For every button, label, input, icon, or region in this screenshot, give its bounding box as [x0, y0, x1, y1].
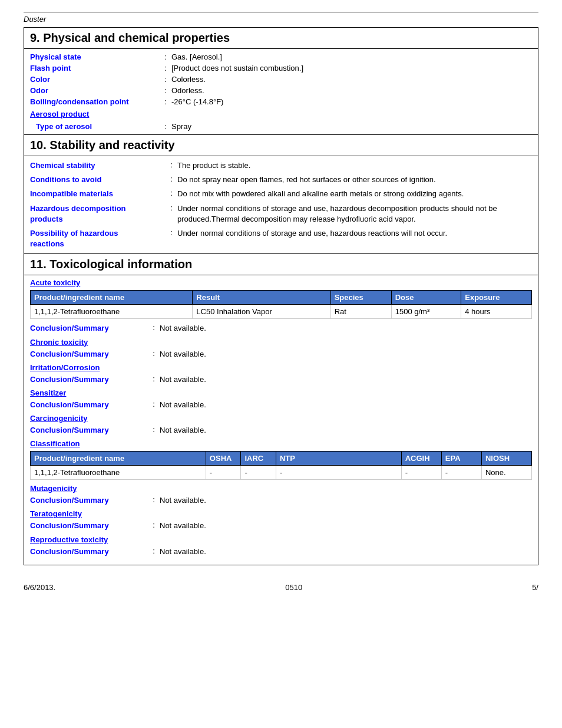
stab-conditions-avoid-value: Do not spray near open flames, red hot s…: [177, 174, 532, 185]
conclusion-summary-reproductive-value: Not available.: [160, 546, 532, 557]
prop-odor-label: Odor: [30, 86, 160, 95]
col-exposure: Exposure: [461, 291, 532, 305]
conclusion-summary-acute-label: Conclusion/Summary: [30, 323, 148, 334]
section-11-heading: 11. Toxicological information: [24, 254, 538, 275]
stab-conditions-avoid: Conditions to avoid : Do not spray near …: [30, 173, 532, 187]
prop-color-value: Colorless.: [171, 75, 532, 84]
conclusion-summary-sensitizer: Conclusion/Summary : Not available.: [30, 398, 532, 412]
carcinogenicity-label: Carcinogenicity: [30, 414, 88, 423]
class-product-name: 1,1,1,2-Tetrafluoroethane: [31, 466, 206, 480]
footer-page: 5/: [532, 583, 538, 592]
prop-flash-point-label: Flash point: [30, 64, 160, 73]
conclusion-summary-carcino-label: Conclusion/Summary: [30, 425, 148, 436]
conclusion-summary-irritation-label: Conclusion/Summary: [30, 374, 148, 385]
prop-physical-state-label: Physical state: [30, 52, 160, 61]
class-epa: -: [441, 466, 481, 480]
section-9: 9. Physical and chemical properties Phys…: [24, 27, 538, 135]
conclusion-summary-chronic-label: Conclusion/Summary: [30, 349, 148, 360]
prop-odor: Odor : Odorless.: [30, 85, 532, 96]
class-col-product: Product/ingredient name: [31, 452, 206, 466]
prop-physical-state: Physical state : Gas. [Aerosol.]: [30, 51, 532, 62]
conclusion-summary-mutagenicity-value: Not available.: [160, 495, 532, 506]
conclusion-summary-mutagenicity: Conclusion/Summary : Not available.: [30, 493, 532, 508]
acute-toxicity-heading: Acute toxicity: [30, 276, 532, 288]
stab-hazardous-decomp: Hazardous decompositionproducts : Under …: [30, 202, 532, 226]
prop-boiling-point: Boiling/condensation point : -26°C (-14.…: [30, 96, 532, 107]
acute-toxicity-label: Acute toxicity: [30, 278, 80, 287]
conclusion-summary-reproductive: Conclusion/Summary : Not available.: [30, 545, 532, 559]
teratogenicity-label: Teratogenicity: [30, 509, 82, 518]
reproductive-toxicity-label: Reproductive toxicity: [30, 535, 108, 544]
conclusion-summary-sensitizer-value: Not available.: [160, 400, 532, 410]
footer-date: 6/6/2013.: [24, 583, 55, 592]
section-9-content: Physical state : Gas. [Aerosol.] Flash p…: [24, 49, 538, 134]
cell-dose: 1500 g/m³: [391, 305, 461, 319]
conclusion-summary-sensitizer-label: Conclusion/Summary: [30, 400, 148, 410]
prop-boiling-point-label: Boiling/condensation point: [30, 97, 160, 106]
stab-hazardous-decomp-value: Under normal conditions of storage and u…: [177, 203, 532, 225]
stab-chemical-stability: Chemical stability : The product is stab…: [30, 159, 532, 173]
prop-type-aerosol-label: Type of aerosol: [30, 122, 160, 131]
stab-incompatible-label: Incompatible materials: [30, 189, 166, 199]
conclusion-summary-chronic-value: Not available.: [160, 349, 532, 360]
cell-product-name: 1,1,1,2-Tetrafluoroethane: [31, 305, 193, 319]
class-niosh: None.: [481, 466, 531, 480]
prop-physical-state-value: Gas. [Aerosol.]: [171, 52, 532, 61]
cell-species: Rat: [330, 305, 391, 319]
stab-chemical-stability-value: The product is stable.: [177, 160, 532, 171]
class-col-iarc: IARC: [241, 452, 276, 466]
conclusion-summary-carcino-value: Not available.: [160, 425, 532, 436]
prop-type-aerosol: Type of aerosol : Spray: [30, 121, 532, 132]
section-10-heading: 10. Stability and reactivity: [24, 135, 538, 156]
conclusion-summary-irritation-value: Not available.: [160, 374, 532, 385]
classification-row: 1,1,1,2-Tetrafluoroethane - - - - - None…: [31, 466, 532, 480]
class-iarc: -: [241, 466, 276, 480]
conclusion-summary-reproductive-label: Conclusion/Summary: [30, 546, 148, 557]
col-species: Species: [330, 291, 391, 305]
table-row: 1,1,1,2-Tetrafluoroethane LC50 Inhalatio…: [31, 305, 532, 319]
section-9-heading: 9. Physical and chemical properties: [24, 28, 538, 49]
footer-code: 0510: [285, 583, 302, 592]
section-10: 10. Stability and reactivity Chemical st…: [24, 135, 538, 254]
class-col-acgih: ACGIH: [401, 452, 441, 466]
class-ntp: -: [276, 466, 401, 480]
stab-hazardous-decomp-label: Hazardous decompositionproducts: [30, 203, 166, 225]
document-title: Duster: [24, 12, 538, 24]
class-col-osha: OSHA: [206, 452, 241, 466]
conclusion-summary-irritation: Conclusion/Summary : Not available.: [30, 373, 532, 387]
stab-possibility: Possibility of hazardousreactions : Unde…: [30, 226, 532, 251]
section-11-content: Acute toxicity Product/ingredient name R…: [24, 275, 538, 565]
stab-incompatible: Incompatible materials : Do not mix with…: [30, 187, 532, 201]
section-10-content: Chemical stability : The product is stab…: [24, 156, 538, 253]
page-footer: 6/6/2013. 0510 5/: [24, 583, 538, 592]
stab-incompatible-value: Do not mix with powdered alkali and alka…: [177, 189, 532, 199]
mutagenicity-label: Mutagenicity: [30, 484, 77, 493]
conclusion-summary-teratogenicity: Conclusion/Summary : Not available.: [30, 519, 532, 533]
class-col-niosh: NIOSH: [481, 452, 531, 466]
prop-color-label: Color: [30, 75, 160, 84]
prop-aerosol-product: Aerosol product: [30, 107, 532, 121]
conclusion-summary-mutagenicity-label: Conclusion/Summary: [30, 495, 148, 506]
col-result: Result: [193, 291, 330, 305]
conclusion-summary-chronic: Conclusion/Summary : Not available.: [30, 347, 532, 361]
conclusion-summary-acute-value: Not available.: [160, 323, 532, 334]
col-product-name: Product/ingredient name: [31, 291, 193, 305]
stab-conditions-avoid-label: Conditions to avoid: [30, 174, 166, 185]
prop-odor-value: Odorless.: [171, 86, 532, 95]
prop-flash-point: Flash point : [Product does not sustain …: [30, 62, 532, 74]
conclusion-summary-teratogenicity-label: Conclusion/Summary: [30, 521, 148, 531]
prop-flash-point-value: [Product does not sustain combustion.]: [171, 64, 532, 73]
class-col-epa: EPA: [441, 452, 481, 466]
prop-color: Color : Colorless.: [30, 74, 532, 85]
conclusion-summary-teratogenicity-value: Not available.: [160, 521, 532, 531]
conclusion-summary-carcino: Conclusion/Summary : Not available.: [30, 423, 532, 437]
cell-result: LC50 Inhalation Vapor: [193, 305, 330, 319]
chronic-toxicity-label: Chronic toxicity: [30, 338, 88, 347]
classification-table: Product/ingredient name OSHA IARC NTP AC…: [30, 451, 532, 480]
section-11: 11. Toxicological information Acute toxi…: [24, 254, 538, 565]
sensitizer-label: Sensitizer: [30, 388, 66, 397]
class-osha: -: [206, 466, 241, 480]
prop-type-aerosol-value: Spray: [171, 122, 532, 131]
conclusion-summary-acute: Conclusion/Summary : Not available.: [30, 321, 532, 335]
class-col-ntp: NTP: [276, 452, 401, 466]
